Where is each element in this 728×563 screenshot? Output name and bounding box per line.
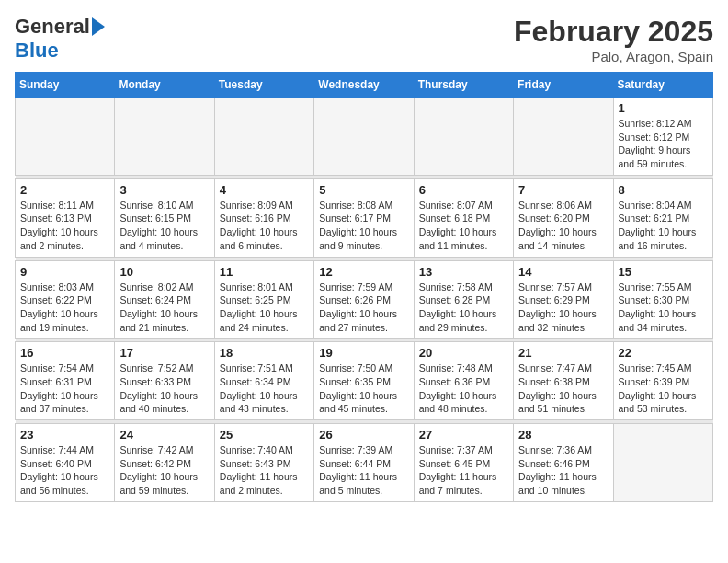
calendar-cell: 14Sunrise: 7:57 AMSunset: 6:29 PMDayligh… bbox=[514, 260, 613, 339]
day-info: Sunrise: 8:04 AMSunset: 6:21 PMDaylight:… bbox=[619, 199, 708, 253]
day-info: Sunrise: 8:06 AMSunset: 6:20 PMDaylight:… bbox=[518, 199, 608, 253]
calendar-cell: 16Sunrise: 7:54 AMSunset: 6:31 PMDayligh… bbox=[16, 342, 115, 420]
day-info: Sunrise: 7:37 AMSunset: 6:45 PMDaylight:… bbox=[419, 443, 508, 498]
day-number: 16 bbox=[20, 346, 109, 360]
day-info: Sunrise: 8:10 AMSunset: 6:15 PMDaylight:… bbox=[119, 199, 209, 253]
day-info: Sunrise: 7:47 AMSunset: 6:38 PMDaylight:… bbox=[518, 362, 608, 416]
day-info: Sunrise: 7:51 AMSunset: 6:34 PMDaylight:… bbox=[220, 362, 309, 416]
day-number: 8 bbox=[619, 183, 708, 197]
weekday-header-thursday: Thursday bbox=[414, 73, 513, 98]
calendar-cell: 26Sunrise: 7:39 AMSunset: 6:44 PMDayligh… bbox=[314, 424, 414, 502]
day-number: 13 bbox=[419, 265, 508, 279]
day-info: Sunrise: 7:42 AMSunset: 6:42 PMDaylight:… bbox=[119, 443, 209, 498]
day-number: 24 bbox=[119, 428, 209, 442]
day-info: Sunrise: 7:36 AMSunset: 6:46 PMDaylight:… bbox=[518, 443, 608, 498]
calendar-cell: 27Sunrise: 7:37 AMSunset: 6:45 PMDayligh… bbox=[414, 424, 513, 502]
calendar-cell bbox=[16, 98, 115, 176]
title-area: February 2025 Palo, Aragon, Spain bbox=[514, 15, 713, 64]
location: Palo, Aragon, Spain bbox=[514, 49, 713, 64]
calendar-week-4: 16Sunrise: 7:54 AMSunset: 6:31 PMDayligh… bbox=[16, 342, 713, 420]
calendar-cell: 24Sunrise: 7:42 AMSunset: 6:42 PMDayligh… bbox=[115, 424, 214, 502]
page-header: General Blue February 2025 Palo, Aragon,… bbox=[15, 15, 713, 64]
day-number: 11 bbox=[220, 265, 309, 279]
day-info: Sunrise: 8:03 AMSunset: 6:22 PMDaylight:… bbox=[20, 281, 109, 335]
day-number: 15 bbox=[619, 265, 708, 279]
calendar-cell: 13Sunrise: 7:58 AMSunset: 6:28 PMDayligh… bbox=[414, 260, 513, 339]
calendar-cell bbox=[514, 98, 613, 176]
weekday-header-tuesday: Tuesday bbox=[214, 73, 313, 98]
calendar-cell bbox=[414, 98, 513, 176]
day-number: 1 bbox=[619, 101, 708, 115]
calendar-cell: 8Sunrise: 8:04 AMSunset: 6:21 PMDaylight… bbox=[613, 178, 712, 257]
calendar-cell: 25Sunrise: 7:40 AMSunset: 6:43 PMDayligh… bbox=[214, 424, 313, 502]
calendar-cell: 22Sunrise: 7:45 AMSunset: 6:39 PMDayligh… bbox=[613, 342, 712, 420]
day-info: Sunrise: 8:08 AMSunset: 6:17 PMDaylight:… bbox=[319, 199, 408, 253]
logo-text-blue: Blue bbox=[15, 39, 59, 62]
day-info: Sunrise: 8:07 AMSunset: 6:18 PMDaylight:… bbox=[419, 199, 508, 253]
day-info: Sunrise: 8:01 AMSunset: 6:25 PMDaylight:… bbox=[220, 281, 309, 335]
day-number: 19 bbox=[319, 346, 408, 360]
calendar-cell: 28Sunrise: 7:36 AMSunset: 6:46 PMDayligh… bbox=[514, 424, 613, 502]
calendar-cell: 1Sunrise: 8:12 AMSunset: 6:12 PMDaylight… bbox=[613, 98, 712, 176]
calendar-cell bbox=[115, 98, 214, 176]
day-number: 9 bbox=[20, 265, 109, 279]
calendar-cell bbox=[613, 424, 712, 502]
logo: General Blue bbox=[15, 15, 105, 63]
day-number: 14 bbox=[518, 265, 608, 279]
calendar-week-5: 23Sunrise: 7:44 AMSunset: 6:40 PMDayligh… bbox=[16, 424, 713, 502]
day-info: Sunrise: 8:11 AMSunset: 6:13 PMDaylight:… bbox=[20, 199, 109, 253]
day-info: Sunrise: 7:55 AMSunset: 6:30 PMDaylight:… bbox=[619, 281, 708, 335]
day-number: 5 bbox=[319, 183, 408, 197]
calendar-cell: 19Sunrise: 7:50 AMSunset: 6:35 PMDayligh… bbox=[314, 342, 414, 420]
weekday-header-wednesday: Wednesday bbox=[314, 73, 414, 98]
day-info: Sunrise: 7:39 AMSunset: 6:44 PMDaylight:… bbox=[319, 443, 408, 498]
calendar-cell bbox=[214, 98, 313, 176]
weekday-header-monday: Monday bbox=[115, 73, 214, 98]
day-info: Sunrise: 7:52 AMSunset: 6:33 PMDaylight:… bbox=[119, 362, 209, 416]
day-number: 7 bbox=[518, 183, 608, 197]
day-number: 2 bbox=[20, 183, 109, 197]
calendar-cell: 21Sunrise: 7:47 AMSunset: 6:38 PMDayligh… bbox=[514, 342, 613, 420]
weekday-header-sunday: Sunday bbox=[16, 73, 115, 98]
day-info: Sunrise: 7:57 AMSunset: 6:29 PMDaylight:… bbox=[518, 281, 608, 335]
calendar-cell: 5Sunrise: 8:08 AMSunset: 6:17 PMDaylight… bbox=[314, 178, 414, 257]
calendar-cell: 10Sunrise: 8:02 AMSunset: 6:24 PMDayligh… bbox=[115, 260, 214, 339]
day-info: Sunrise: 7:45 AMSunset: 6:39 PMDaylight:… bbox=[619, 362, 708, 416]
day-number: 26 bbox=[319, 428, 408, 442]
day-number: 27 bbox=[419, 428, 508, 442]
day-info: Sunrise: 7:44 AMSunset: 6:40 PMDaylight:… bbox=[20, 443, 109, 498]
calendar-cell: 2Sunrise: 8:11 AMSunset: 6:13 PMDaylight… bbox=[16, 178, 115, 257]
day-number: 12 bbox=[319, 265, 408, 279]
day-number: 22 bbox=[619, 346, 708, 360]
calendar-cell: 20Sunrise: 7:48 AMSunset: 6:36 PMDayligh… bbox=[414, 342, 513, 420]
day-number: 17 bbox=[119, 346, 209, 360]
day-info: Sunrise: 7:54 AMSunset: 6:31 PMDaylight:… bbox=[20, 362, 109, 416]
calendar-cell bbox=[314, 98, 414, 176]
day-number: 21 bbox=[518, 346, 608, 360]
logo-arrow-icon bbox=[92, 17, 105, 36]
calendar-cell: 7Sunrise: 8:06 AMSunset: 6:20 PMDaylight… bbox=[514, 178, 613, 257]
calendar-table: SundayMondayTuesdayWednesdayThursdayFrid… bbox=[15, 72, 713, 502]
logo-text-general: General bbox=[15, 15, 90, 39]
calendar-cell: 3Sunrise: 8:10 AMSunset: 6:15 PMDaylight… bbox=[115, 178, 214, 257]
day-info: Sunrise: 8:02 AMSunset: 6:24 PMDaylight:… bbox=[119, 281, 209, 335]
calendar-week-1: 1Sunrise: 8:12 AMSunset: 6:12 PMDaylight… bbox=[16, 98, 713, 176]
day-info: Sunrise: 7:58 AMSunset: 6:28 PMDaylight:… bbox=[419, 281, 508, 335]
weekday-header-row: SundayMondayTuesdayWednesdayThursdayFrid… bbox=[16, 73, 713, 98]
weekday-header-saturday: Saturday bbox=[613, 73, 712, 98]
calendar-cell: 4Sunrise: 8:09 AMSunset: 6:16 PMDaylight… bbox=[214, 178, 313, 257]
day-number: 18 bbox=[220, 346, 309, 360]
calendar-cell: 11Sunrise: 8:01 AMSunset: 6:25 PMDayligh… bbox=[214, 260, 313, 339]
day-info: Sunrise: 7:48 AMSunset: 6:36 PMDaylight:… bbox=[419, 362, 508, 416]
calendar-cell: 12Sunrise: 7:59 AMSunset: 6:26 PMDayligh… bbox=[314, 260, 414, 339]
day-number: 10 bbox=[119, 265, 209, 279]
calendar-cell: 6Sunrise: 8:07 AMSunset: 6:18 PMDaylight… bbox=[414, 178, 513, 257]
calendar-week-2: 2Sunrise: 8:11 AMSunset: 6:13 PMDaylight… bbox=[16, 178, 713, 257]
month-title: February 2025 bbox=[514, 15, 713, 49]
day-number: 25 bbox=[220, 428, 309, 442]
calendar-cell: 9Sunrise: 8:03 AMSunset: 6:22 PMDaylight… bbox=[16, 260, 115, 339]
day-info: Sunrise: 7:50 AMSunset: 6:35 PMDaylight:… bbox=[319, 362, 408, 416]
day-number: 4 bbox=[220, 183, 309, 197]
day-number: 6 bbox=[419, 183, 508, 197]
day-info: Sunrise: 7:59 AMSunset: 6:26 PMDaylight:… bbox=[319, 281, 408, 335]
